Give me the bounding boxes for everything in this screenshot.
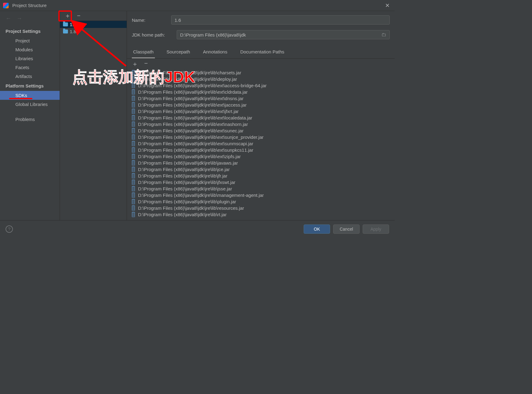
path-input[interactable]: D:\Program Files (x86)\java8\jdk 🗀	[177, 30, 390, 39]
classpath-toolbar: ＋ −	[127, 59, 395, 69]
classpath-path: D:\Program Files (x86)\java8\jdk\jre\lib…	[138, 135, 264, 140]
archive-icon	[132, 89, 135, 95]
left-nav: ← → Project Settings Project Modules Lib…	[0, 11, 60, 220]
classpath-path: D:\Program Files (x86)\java8\jdk\jre\lib…	[138, 186, 232, 191]
archive-icon	[132, 122, 135, 127]
archive-icon	[132, 96, 135, 101]
classpath-item[interactable]: D:\Program Files (x86)\java8\jdk\jre\lib…	[132, 192, 390, 198]
archive-icon	[132, 135, 135, 140]
classpath-path: D:\Program Files (x86)\java8\jdk\jre\lib…	[138, 96, 243, 101]
classpath-item[interactable]: D:\Program Files (x86)\java8\jdk\jre\lib…	[132, 121, 390, 127]
sdk-item-1-6[interactable]: 1.6	[60, 21, 127, 28]
archive-icon	[132, 173, 135, 178]
section-platform-settings: Platform Settings	[0, 81, 60, 91]
back-icon[interactable]: ←	[6, 15, 11, 22]
archive-icon	[132, 154, 135, 159]
titlebar: Project Structure ✕	[0, 0, 395, 11]
classpath-path: D:\Program Files (x86)\java8\jdk\jre\lib…	[138, 128, 243, 133]
classpath-item[interactable]: D:\Program Files (x86)\java8\jdk\jre\lib…	[132, 134, 390, 140]
classpath-item[interactable]: D:\Program Files (x86)\java8\jdk\jre\lib…	[132, 160, 390, 166]
archive-icon	[132, 180, 135, 185]
classpath-item[interactable]: D:\Program Files (x86)\java8\jdk\jre\lib…	[132, 147, 390, 153]
archive-icon	[132, 199, 135, 204]
apply-button[interactable]: Apply	[363, 224, 389, 234]
classpath-item[interactable]: D:\Program Files (x86)\java8\jdk\jre\lib…	[132, 108, 390, 115]
classpath-item[interactable]: D:\Program Files (x86)\java8\jdk\jre\lib…	[132, 179, 390, 185]
classpath-item[interactable]: D:\Program Files (x86)\java8\jdk\jre\lib…	[132, 89, 390, 95]
path-label: JDK home path:	[132, 32, 171, 37]
classpath-path: D:\Program Files (x86)\java8\jdk\jre\lib…	[138, 70, 241, 75]
classpath-path: D:\Program Files (x86)\java8\jdk\jre\lib…	[138, 205, 244, 211]
name-input[interactable]: 1.6	[171, 15, 390, 25]
nav-problems[interactable]: Problems	[0, 115, 60, 124]
archive-icon	[132, 167, 135, 172]
sdk-toolbar: ＋ −	[60, 11, 127, 21]
archive-icon	[132, 70, 135, 75]
classpath-path: D:\Program Files (x86)\java8\jdk\jre\lib…	[138, 141, 253, 146]
ok-button[interactable]: OK	[304, 224, 330, 234]
classpath-path: D:\Program Files (x86)\java8\jdk\jre\lib…	[138, 160, 238, 166]
classpath-item[interactable]: D:\Program Files (x86)\java8\jdk\jre\lib…	[132, 102, 390, 108]
section-project-settings: Project Settings	[0, 26, 60, 36]
remove-sdk-icon[interactable]: −	[75, 12, 82, 19]
nav-project[interactable]: Project	[0, 36, 60, 45]
sdk-item-1-8[interactable]: 1.8	[60, 28, 127, 35]
classpath-item[interactable]: D:\Program Files (x86)\java8\jdk\jre\lib…	[132, 69, 390, 76]
classpath-item[interactable]: D:\Program Files (x86)\java8\jdk\jre\lib…	[132, 173, 390, 179]
folder-icon	[63, 22, 68, 26]
classpath-path: D:\Program Files (x86)\java8\jdk\jre\lib…	[138, 76, 237, 82]
help-icon[interactable]: ?	[6, 225, 13, 233]
app-icon	[3, 3, 9, 8]
nav-sdks[interactable]: SDKs	[0, 91, 60, 100]
classpath-list: D:\Program Files (x86)\java8\jdk\jre\lib…	[127, 69, 395, 220]
classpath-item[interactable]: D:\Program Files (x86)\java8\jdk\jre\lib…	[132, 127, 390, 134]
add-classpath-icon[interactable]: ＋	[132, 60, 138, 68]
classpath-item[interactable]: D:\Program Files (x86)\java8\jdk\jre\lib…	[132, 95, 390, 102]
browse-icon[interactable]: 🗀	[381, 32, 386, 37]
classpath-path: D:\Program Files (x86)\java8\jdk\jre\lib…	[138, 173, 227, 178]
folder-icon	[63, 29, 68, 33]
tab-classpath[interactable]: Classpath	[132, 47, 155, 58]
archive-icon	[132, 83, 135, 88]
nav-artifacts[interactable]: Artifacts	[0, 72, 60, 81]
nav-facets[interactable]: Facets	[0, 63, 60, 72]
classpath-item[interactable]: D:\Program Files (x86)\java8\jdk\jre\lib…	[132, 115, 390, 121]
classpath-item[interactable]: D:\Program Files (x86)\java8\jdk\jre\lib…	[132, 82, 390, 89]
sdk-list: 1.6 1.8	[60, 21, 127, 220]
close-icon[interactable]: ✕	[383, 2, 392, 9]
tab-documentation-paths[interactable]: Documentation Paths	[239, 47, 286, 58]
classpath-item[interactable]: D:\Program Files (x86)\java8\jdk\jre\lib…	[132, 185, 390, 192]
classpath-path: D:\Program Files (x86)\java8\jdk\jre\lib…	[138, 154, 241, 159]
nav-global-libraries[interactable]: Global Libraries	[0, 100, 60, 109]
archive-icon	[132, 212, 135, 217]
archive-icon	[132, 186, 135, 191]
archive-icon	[132, 193, 135, 198]
classpath-item[interactable]: D:\Program Files (x86)\java8\jdk\jre\lib…	[132, 153, 390, 160]
classpath-path: D:\Program Files (x86)\java8\jdk\jre\lib…	[138, 102, 246, 107]
nav-libraries[interactable]: Libraries	[0, 54, 60, 63]
sdk-list-column: ＋ − 1.6 1.8	[60, 11, 127, 220]
tab-annotations[interactable]: Annotations	[202, 47, 228, 58]
tab-sourcepath[interactable]: Sourcepath	[165, 47, 191, 58]
classpath-item[interactable]: D:\Program Files (x86)\java8\jdk\jre\lib…	[132, 211, 390, 218]
classpath-item[interactable]: D:\Program Files (x86)\java8\jdk\jre\lib…	[132, 198, 390, 205]
classpath-item[interactable]: D:\Program Files (x86)\java8\jdk\jre\lib…	[132, 140, 390, 147]
name-value: 1.6	[175, 18, 181, 23]
classpath-path: D:\Program Files (x86)\java8\jdk\jre\lib…	[138, 193, 264, 198]
forward-icon[interactable]: →	[17, 15, 22, 22]
nav-sdks-label: SDKs	[15, 93, 27, 98]
cancel-button[interactable]: Cancel	[333, 224, 360, 234]
add-sdk-icon[interactable]: ＋	[64, 12, 71, 20]
remove-classpath-icon[interactable]: −	[143, 60, 149, 68]
archive-icon	[132, 109, 135, 114]
nav-modules[interactable]: Modules	[0, 45, 60, 54]
classpath-path: D:\Program Files (x86)\java8\jdk\jre\lib…	[138, 199, 236, 204]
classpath-item[interactable]: D:\Program Files (x86)\java8\jdk\jre\lib…	[132, 205, 390, 211]
classpath-path: D:\Program Files (x86)\java8\jdk\jre\lib…	[138, 180, 235, 185]
classpath-path: D:\Program Files (x86)\java8\jdk\jre\lib…	[138, 109, 239, 114]
classpath-item[interactable]: D:\Program Files (x86)\java8\jdk\jre\lib…	[132, 76, 390, 82]
classpath-path: D:\Program Files (x86)\java8\jdk\jre\lib…	[138, 89, 248, 95]
classpath-path: D:\Program Files (x86)\java8\jdk\jre\lib…	[138, 147, 253, 153]
tabs: Classpath Sourcepath Annotations Documen…	[127, 47, 395, 59]
classpath-item[interactable]: D:\Program Files (x86)\java8\jdk\jre\lib…	[132, 166, 390, 173]
